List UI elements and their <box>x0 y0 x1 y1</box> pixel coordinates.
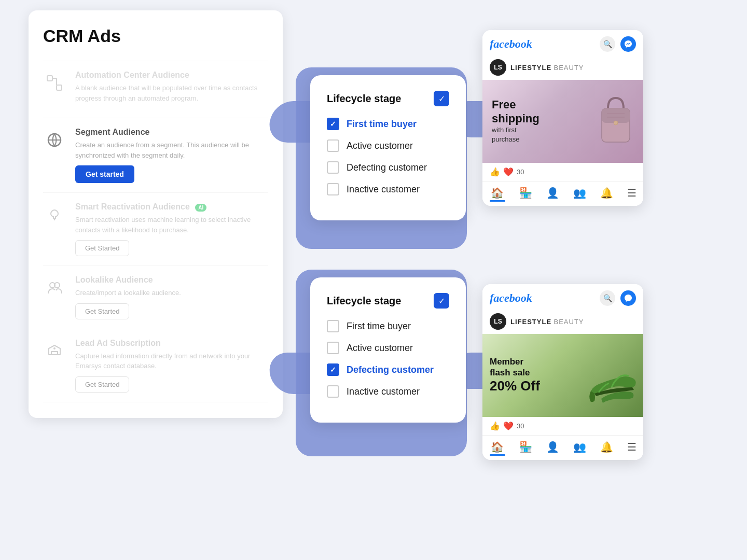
lifecycle-header-bottom: Lifecycle stage ✓ <box>327 293 449 309</box>
heart-icon-top: ❤️ <box>503 167 514 177</box>
like-icon-bottom: 👍 <box>490 421 500 431</box>
fb-nav-store-bottom[interactable]: 🏪 <box>519 441 532 456</box>
fb-ad-image-bottom: Memberflash sale 20% Off <box>482 334 643 417</box>
fb-brand-name-bottom: LIFESTYLE <box>510 318 551 326</box>
fb-brand-suffix-bottom: BEAUTY <box>554 318 584 326</box>
segment-title: Segment Audience <box>75 128 268 137</box>
fb-header-bottom: facebook 🔍 <box>482 284 643 310</box>
fb-nav-store-top[interactable]: 🏪 <box>519 187 532 202</box>
fb-nav-notifications-bottom[interactable]: 🔔 <box>600 441 613 456</box>
lookalike-get-started-button[interactable]: Get Started <box>75 303 129 319</box>
like-icon-top: 👍 <box>490 167 500 177</box>
lifecycle-option-ftb-bottom[interactable]: First time buyer <box>327 320 449 332</box>
segment-body: Segment Audience Create an audience from… <box>75 128 268 183</box>
checkbox-ic-top[interactable] <box>327 183 339 195</box>
checkbox-ac-bottom[interactable] <box>327 342 339 354</box>
fb-brand-icon-top: LS <box>490 59 506 76</box>
lead-desc: Capture lead information directly from a… <box>75 351 268 371</box>
fb-search-icon-bottom[interactable]: 🔍 <box>600 290 615 306</box>
fb-header-top: facebook 🔍 <box>482 30 643 56</box>
lead-get-started-button[interactable]: Get Started <box>75 376 129 393</box>
fb-card-top: facebook 🔍 LS LIFESTYLE BEAUTY Freeshipp… <box>482 30 643 206</box>
fb-nav-notifications-top[interactable]: 🔔 <box>600 187 613 202</box>
fb-nav-home-bottom[interactable]: 🏠 <box>490 441 505 456</box>
fb-nav-top: 🏠 🏪 👤 👥 🔔 ☰ <box>482 181 643 206</box>
fb-ad-image-top: Freeshipping with firstpurchase <box>482 80 643 163</box>
fb-nav-bottom: 🏠 🏪 👤 👥 🔔 ☰ <box>482 436 643 460</box>
svg-point-13 <box>614 121 618 125</box>
segment-icon <box>43 129 66 151</box>
fb-logo-bottom: facebook <box>490 291 532 305</box>
lead-title: Lead Ad Subscription <box>75 339 268 348</box>
lifecycle-check-bottom: ✓ <box>434 293 449 309</box>
svg-rect-1 <box>57 85 62 90</box>
fb-nav-groups-bottom[interactable]: 👥 <box>573 441 586 456</box>
fb-reactions-bottom: 👍 ❤️ 30 <box>482 417 643 436</box>
lifecycle-option-ic-top[interactable]: Inactive customer <box>327 183 449 195</box>
lifecycle-check-top: ✓ <box>434 91 449 106</box>
fb-nav-profile-top[interactable]: 👤 <box>546 187 559 202</box>
fb-header-icons-top: 🔍 <box>600 36 636 52</box>
checkbox-ftb-bottom[interactable] <box>327 320 339 332</box>
lead-card: Lead Ad Subscription Capture lead inform… <box>43 329 268 402</box>
lifecycle-option-dc-top[interactable]: Defecting customer <box>327 161 449 174</box>
smart-get-started-button[interactable]: Get Started <box>75 240 129 256</box>
fb-messenger-icon-top[interactable] <box>620 36 636 52</box>
fb-brand-suffix-top: BEAUTY <box>554 64 584 72</box>
fb-search-icon-top[interactable]: 🔍 <box>600 36 615 52</box>
automation-body: Automation Center Audience A blank audie… <box>75 71 268 108</box>
checkbox-ftb-top[interactable]: ✓ <box>327 118 339 130</box>
automation-card: Automation Center Audience A blank audie… <box>43 61 268 118</box>
fb-brand-top: LS LIFESTYLE BEAUTY <box>482 56 643 80</box>
lifecycle-header-top: Lifecycle stage ✓ <box>327 91 449 106</box>
smart-card: Smart Reactivation Audience AI Smart rea… <box>43 192 268 265</box>
lifecycle-option-ac-top[interactable]: Active customer <box>327 139 449 152</box>
fb-brand-name-top: LIFESTYLE <box>510 64 551 72</box>
fb-nav-menu-top[interactable]: ☰ <box>627 187 637 202</box>
heart-icon-bottom: ❤️ <box>503 421 514 431</box>
fb-brand-icon-bottom: LS <box>490 313 506 330</box>
fb-ad-headline-bottom: Memberflash sale <box>490 357 540 378</box>
fb-ad-headline-top: Freeshipping <box>492 98 540 125</box>
fb-ad-discount-bottom: 20% Off <box>490 378 540 394</box>
lifecycle-option-ac-bottom[interactable]: Active customer <box>327 342 449 354</box>
fb-handbag-image <box>592 90 639 152</box>
lifecycle-title-bottom: Lifecycle stage <box>327 295 401 307</box>
smart-body: Smart Reactivation Audience AI Smart rea… <box>75 202 268 256</box>
svg-point-9 <box>53 347 56 349</box>
smart-icon <box>43 203 66 226</box>
lookalike-title: Lookalike Audience <box>75 275 268 285</box>
fb-nav-groups-top[interactable]: 👥 <box>573 187 586 202</box>
lookalike-card: Lookalike Audience Create/import a looka… <box>43 265 268 329</box>
fb-logo-top: facebook <box>490 37 532 51</box>
fb-nav-profile-bottom[interactable]: 👤 <box>546 441 559 456</box>
svg-rect-0 <box>47 76 52 81</box>
fb-ad-subtext-top: with firstpurchase <box>492 125 540 144</box>
lifecycle-option-ftb-top[interactable]: ✓ First time buyer <box>327 118 449 130</box>
fb-header-icons-bottom: 🔍 <box>600 290 636 306</box>
lookalike-body: Lookalike Audience Create/import a looka… <box>75 275 268 319</box>
automation-title: Automation Center Audience <box>75 71 268 80</box>
fb-nav-menu-bottom[interactable]: ☰ <box>627 441 637 456</box>
lifecycle-option-ic-bottom[interactable]: Inactive customer <box>327 385 449 398</box>
lookalike-desc: Create/import a lookalike audience. <box>75 288 268 298</box>
smart-desc: Smart reactivation uses machine learning… <box>75 215 268 235</box>
fb-messenger-icon-bottom[interactable] <box>620 290 636 306</box>
lifecycle-card-top: Lifecycle stage ✓ ✓ First time buyer Act… <box>310 75 466 220</box>
checkbox-ac-top[interactable] <box>327 139 339 152</box>
checkbox-dc-bottom[interactable]: ✓ <box>327 363 339 376</box>
checkbox-dc-top[interactable] <box>327 161 339 174</box>
segment-get-started-button[interactable]: Get started <box>75 165 134 183</box>
page-title: CRM Ads <box>43 26 268 46</box>
lifecycle-option-dc-bottom[interactable]: ✓ Defecting customer <box>327 363 449 376</box>
fb-shoe-image <box>583 342 640 409</box>
smart-title: Smart Reactivation Audience AI <box>75 202 268 212</box>
lookalike-icon <box>43 276 66 299</box>
segment-desc: Create an audience from a segment. This … <box>75 140 268 160</box>
checkbox-ic-bottom[interactable] <box>327 385 339 398</box>
fb-card-bottom: facebook 🔍 LS LIFESTYLE BEAUTY Memberfla… <box>482 284 643 460</box>
automation-icon <box>43 72 66 94</box>
fb-nav-home-top[interactable]: 🏠 <box>490 187 505 202</box>
fb-brand-bottom: LS LIFESTYLE BEAUTY <box>482 310 643 334</box>
reaction-count-top: 30 <box>517 168 524 176</box>
